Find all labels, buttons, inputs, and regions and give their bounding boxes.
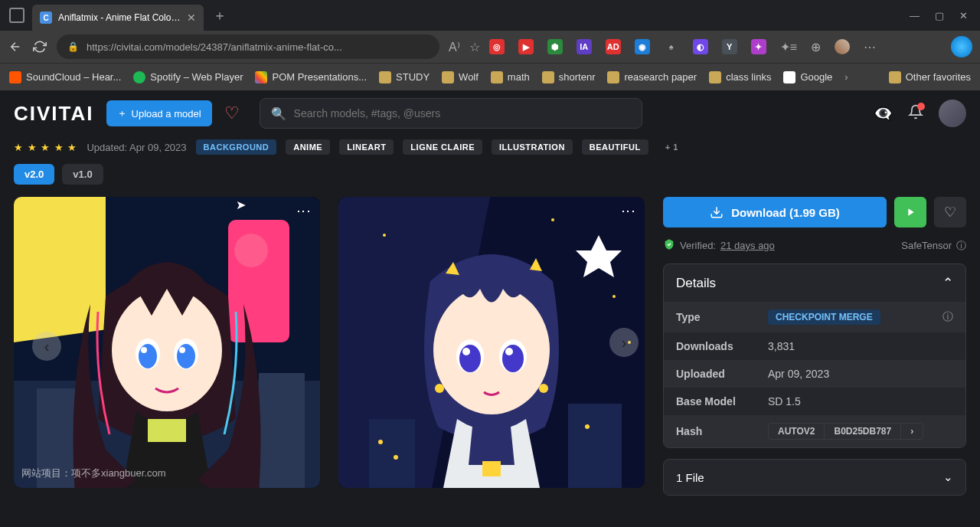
more-icon[interactable]: ⋯ — [864, 40, 876, 54]
gallery-image[interactable]: ⋮ — [338, 197, 645, 488]
bookmark-folder[interactable]: class links — [709, 71, 771, 83]
svg-point-25 — [585, 424, 590, 429]
type-badge: CHECKPOINT MERGE — [768, 309, 880, 325]
extension-icon[interactable]: ◎ — [489, 39, 505, 54]
search-icon: 🔍 — [271, 106, 286, 121]
extension-icon[interactable]: IA — [577, 39, 592, 54]
bing-button[interactable] — [951, 36, 972, 57]
svg-point-3 — [234, 234, 268, 267]
bookmark-item[interactable]: Spotify – Web Player — [133, 71, 243, 83]
address-bar: 🔒 https://civitai.com/models/24387/anifl… — [0, 31, 980, 63]
favorites-icon[interactable]: ✦≡ — [780, 40, 797, 54]
image-menu-icon[interactable]: ⋮ — [620, 205, 637, 218]
browser-tab[interactable]: C Aniflatmix - Anime Flat Color Sty ✕ — [32, 5, 204, 31]
window-maximize-button[interactable]: ▢ — [935, 10, 944, 21]
new-tab-button[interactable]: ＋ — [213, 6, 227, 25]
tag[interactable]: ILLUSTRATION — [492, 139, 573, 155]
browser-title-bar: C Aniflatmix - Anime Flat Color Sty ✕ ＋ … — [0, 0, 980, 31]
upload-model-button[interactable]: ＋ Upload a model — [106, 100, 212, 126]
shield-check-icon — [663, 238, 675, 253]
svg-point-19 — [383, 234, 386, 237]
svg-point-29 — [459, 345, 481, 372]
gallery-next-button[interactable]: › — [609, 328, 639, 357]
svg-point-31 — [462, 348, 470, 355]
run-button[interactable] — [894, 197, 926, 227]
extension-icon[interactable]: ◉ — [635, 39, 650, 54]
bookmark-item[interactable]: POM Presentations... — [255, 71, 367, 83]
bookmark-folder[interactable]: shortenr — [542, 71, 596, 83]
tag-more[interactable]: + 1 — [658, 139, 686, 155]
updated-date: Updated: Apr 09, 2023 — [87, 142, 186, 153]
search-field[interactable] — [294, 107, 631, 119]
bookmark-folder[interactable]: Wolf — [442, 71, 479, 83]
refresh-button[interactable] — [32, 40, 47, 54]
details-toggle[interactable]: Details ⌃ — [664, 264, 965, 302]
heart-icon[interactable]: ♡ — [224, 103, 240, 123]
notifications-button[interactable] — [908, 104, 923, 123]
eye-off-icon[interactable]: 👁️‍🗨️ — [874, 104, 893, 123]
version-tab[interactable]: v1.0 — [62, 164, 103, 185]
bookmark-folder[interactable]: reasearch paper — [607, 71, 697, 83]
back-button[interactable] — [8, 40, 23, 54]
window-close-button[interactable]: ✕ — [959, 10, 968, 21]
tag[interactable]: BACKGROUND — [196, 139, 277, 155]
download-button[interactable]: Download (1.99 GB) — [663, 197, 887, 227]
extension-icon[interactable]: ◐ — [693, 39, 708, 54]
extension-icon[interactable]: ▶ — [518, 39, 534, 54]
tag[interactable]: LIGNE CLAIRE — [403, 139, 482, 155]
detail-row-hash: Hash AUTOV2 B0D25DB787 › — [664, 415, 965, 447]
tab-close-icon[interactable]: ✕ — [187, 11, 196, 24]
detail-row-basemodel: Base Model SD 1.5 — [664, 388, 965, 415]
extension-icon[interactable]: Y — [722, 39, 737, 54]
hash-value: AUTOV2 B0D25DB787 › — [768, 423, 923, 440]
tag[interactable]: BEAUTIFUL — [582, 139, 648, 155]
bookmark-folder[interactable]: math — [491, 71, 530, 83]
svg-point-32 — [505, 348, 513, 355]
site-logo[interactable]: CIVITAI — [14, 102, 94, 126]
window-minimize-button[interactable]: — — [910, 10, 920, 21]
url-input[interactable]: 🔒 https://civitai.com/models/24387/anifl… — [57, 34, 439, 59]
plus-icon: ＋ — [117, 106, 127, 120]
files-toggle[interactable]: 1 File ⌄ — [663, 459, 966, 496]
info-icon[interactable]: ⓘ — [956, 239, 966, 253]
tag[interactable]: LINEART — [339, 139, 394, 155]
tag[interactable]: ANIME — [286, 139, 330, 155]
info-icon[interactable]: ⓘ — [942, 310, 953, 324]
user-avatar[interactable] — [939, 100, 966, 127]
rating-stars: ★ ★ ★ ★ ★ — [14, 142, 77, 153]
search-input[interactable]: 🔍 — [260, 98, 642, 129]
model-sidebar: Download (1.99 GB) ♡ Verified: 21 days a… — [663, 197, 966, 496]
bookmarks-overflow-icon[interactable]: › — [844, 71, 848, 83]
favorite-icon[interactable]: ☆ — [469, 40, 480, 54]
svg-rect-14 — [148, 419, 186, 442]
favorite-button[interactable]: ♡ — [934, 197, 966, 227]
gallery-prev-button[interactable]: ‹ — [32, 332, 61, 361]
watermark-text: 网站项目：项不多xiangbuer.com — [21, 466, 166, 480]
bookmark-item[interactable]: SoundCloud – Hear... — [9, 71, 121, 83]
read-aloud-icon[interactable]: A⁾ — [449, 40, 460, 54]
svg-point-18 — [612, 295, 616, 298]
svg-point-34 — [539, 384, 548, 393]
bookmarks-bar: SoundCloud – Hear... Spotify – Web Playe… — [0, 63, 980, 90]
extension-icon[interactable]: ⬢ — [547, 39, 563, 54]
extension-icon[interactable]: AD — [606, 39, 621, 54]
extension-icon[interactable]: ✦ — [751, 39, 766, 54]
image-menu-icon[interactable]: ⋮ — [296, 205, 312, 218]
version-tab-active[interactable]: v2.0 — [14, 164, 54, 185]
hash-expand-button[interactable]: › — [901, 423, 923, 440]
verified-time-link[interactable]: 21 days ago — [720, 240, 775, 251]
collections-icon[interactable]: ⊕ — [811, 40, 821, 54]
extension-icon[interactable]: ♠ — [664, 39, 679, 54]
svg-point-17 — [551, 218, 554, 221]
profile-icon[interactable] — [835, 39, 850, 54]
tab-title: Aniflatmix - Anime Flat Color Sty — [58, 12, 181, 23]
other-favorites-folder[interactable]: Other favorites — [889, 71, 971, 83]
details-card: Details ⌃ Type CHECKPOINT MERGE ⓘ Downlo… — [663, 264, 966, 448]
notification-dot — [917, 103, 925, 110]
tab-actions-icon[interactable] — [9, 8, 24, 23]
svg-rect-21 — [369, 419, 415, 488]
svg-point-24 — [394, 455, 398, 460]
bookmark-item[interactable]: Google — [783, 71, 832, 83]
image-gallery: ‹ ⋮ — [14, 197, 645, 496]
bookmark-folder[interactable]: STUDY — [379, 71, 430, 83]
